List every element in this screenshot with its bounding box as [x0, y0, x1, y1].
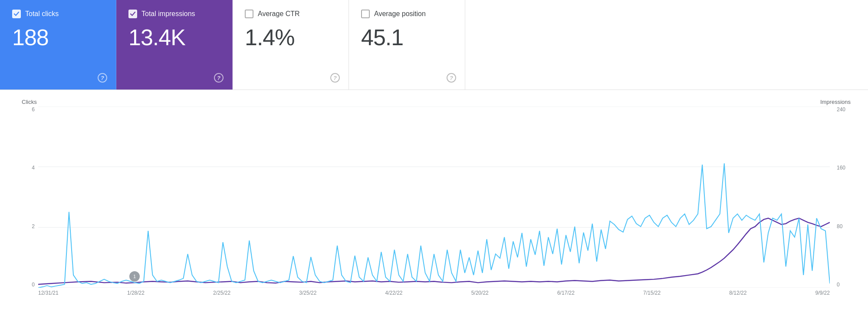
- impressions-line: [38, 218, 830, 284]
- chart-container: Clicks Impressions 6 4 2 0 240 160 80 0: [22, 99, 851, 302]
- x-axis-labels: 12/31/21 1/28/22 2/25/22 3/25/22 4/22/22…: [38, 284, 830, 302]
- chart-svg-wrapper: [38, 106, 830, 288]
- metric-card-average-ctr[interactable]: Average CTR 1.4% ?: [233, 0, 349, 90]
- metric-label-total-clicks: Total clicks: [25, 10, 59, 18]
- annotation-dot[interactable]: 1: [129, 271, 140, 282]
- metric-value-total-clicks: 188: [12, 26, 104, 49]
- help-icon-total-impressions[interactable]: ?: [214, 73, 224, 83]
- metric-value-average-position: 45.1: [361, 26, 453, 49]
- metrics-bar: Total clicks 188 ? Total impressions 13.…: [0, 0, 868, 90]
- help-icon-total-clicks[interactable]: ?: [98, 73, 107, 83]
- checkbox-total-impressions[interactable]: [128, 10, 137, 18]
- metric-label-total-impressions: Total impressions: [141, 10, 195, 18]
- y-axis-left: 6 4 2 0: [22, 106, 35, 288]
- help-icon-average-position[interactable]: ?: [447, 73, 456, 83]
- metric-card-average-position[interactable]: Average position 45.1 ?: [349, 0, 465, 90]
- axis-label-left: Clicks: [22, 99, 37, 105]
- axis-label-right: Impressions: [820, 99, 851, 105]
- checkbox-average-ctr[interactable]: [245, 10, 253, 18]
- metric-value-total-impressions: 13.4K: [128, 26, 220, 49]
- checkbox-total-clicks[interactable]: [12, 10, 21, 18]
- metric-label-average-ctr: Average CTR: [258, 10, 300, 18]
- help-icon-average-ctr[interactable]: ?: [330, 73, 340, 83]
- metric-header-total-impressions: Total impressions: [128, 10, 220, 18]
- metric-header-average-ctr: Average CTR: [245, 10, 336, 18]
- metric-label-average-position: Average position: [374, 10, 426, 18]
- metric-value-average-ctr: 1.4%: [245, 26, 336, 49]
- metric-card-total-impressions[interactable]: Total impressions 13.4K ?: [116, 0, 233, 90]
- y-axis-right: 240 160 80 0: [833, 106, 851, 288]
- chart-area: Clicks Impressions 6 4 2 0 240 160 80 0: [0, 90, 868, 319]
- metric-header-total-clicks: Total clicks: [12, 10, 104, 18]
- metric-header-average-position: Average position: [361, 10, 453, 18]
- chart-svg: [38, 106, 830, 288]
- metric-card-total-clicks[interactable]: Total clicks 188 ?: [0, 0, 116, 90]
- checkbox-average-position[interactable]: [361, 10, 370, 18]
- clicks-line: [38, 163, 830, 288]
